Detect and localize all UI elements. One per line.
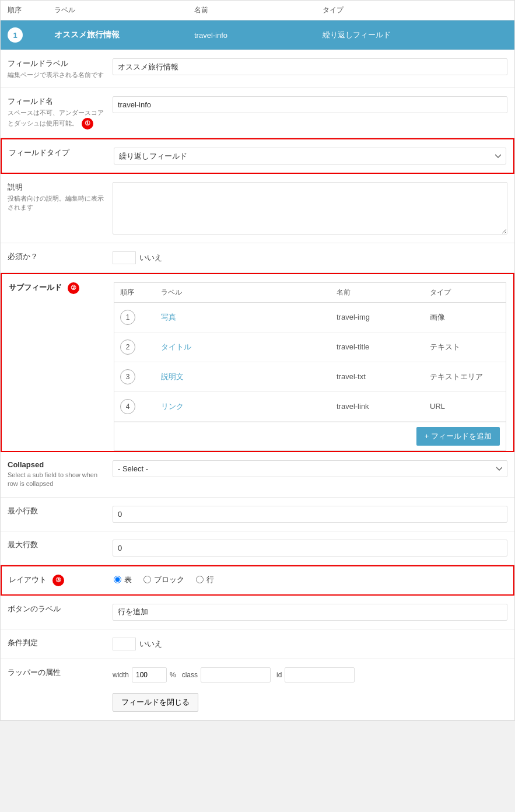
description-row: 説明 投稿者向けの説明。編集時に表示されます — [1, 174, 514, 243]
main-row-type: 繰り返しフィールド — [323, 30, 507, 40]
wrapper-row: ラッパーの属性 width % class id フィールドを閉じる — [1, 659, 514, 720]
width-label: width — [113, 671, 129, 679]
layout-option-block[interactable]: ブロック — [143, 575, 184, 585]
conditional-row: 条件判定 いいえ — [1, 629, 514, 659]
wrapper-width-group: width % — [113, 667, 176, 682]
header-label: ラベル — [54, 5, 194, 15]
width-input[interactable] — [132, 667, 167, 682]
sf-name-2: travel-title — [337, 342, 430, 351]
sf-type-1: 画像 — [430, 312, 500, 323]
min-rows-title: 最小行数 — [8, 506, 107, 516]
field-type-section: フィールドタイプ 繰り返しフィールド — [1, 138, 514, 174]
layout-radio-block[interactable] — [143, 576, 151, 583]
field-name-badge: ① — [82, 118, 93, 130]
sf-type-3: テキストエリア — [430, 372, 500, 382]
required-row: 必須か？ いいえ — [1, 243, 514, 273]
main-row-name: travel-info — [194, 31, 323, 40]
subfields-title: サブフィールド — [9, 283, 62, 292]
subfields-table-header: 順序 ラベル 名前 タイプ — [114, 283, 506, 303]
sf-label-4[interactable]: リンク — [161, 401, 337, 412]
layout-title: レイアウト — [9, 575, 47, 584]
required-title: 必須か？ — [8, 251, 107, 262]
sf-num-3: 3 — [120, 369, 135, 384]
min-rows-row: 最小行数 — [1, 498, 514, 531]
max-rows-title: 最大行数 — [8, 540, 107, 550]
collapsed-select[interactable]: - Select - — [113, 460, 507, 477]
button-label-title: ボタンのラベル — [8, 604, 107, 614]
field-type-select[interactable]: 繰り返しフィールド — [114, 148, 506, 164]
required-checkbox-group: いいえ — [113, 251, 507, 264]
table-row: 1 写真 travel-img 画像 — [114, 303, 506, 332]
layout-radio-row[interactable] — [196, 576, 204, 583]
required-value: いいえ — [139, 253, 162, 263]
wrapper-attrs-area: width % class id フィールドを閉じる — [113, 667, 507, 712]
sf-label-1[interactable]: 写真 — [161, 312, 337, 323]
min-rows-input[interactable] — [113, 506, 507, 523]
layout-option-row[interactable]: 行 — [196, 575, 214, 585]
subfields-table: 順序 ラベル 名前 タイプ 1 写真 travel-img 画像 2 タイトル … — [114, 282, 506, 451]
conditional-checkbox[interactable] — [113, 638, 136, 650]
field-name-title: フィールド名 — [8, 96, 107, 107]
sf-name-3: travel-txt — [337, 372, 430, 381]
collapsed-row: Collapsed Select a sub field to show whe… — [1, 452, 514, 498]
collapsed-title: Collapsed — [8, 460, 107, 469]
layout-label-table: 表 — [124, 575, 132, 585]
close-button[interactable]: フィールドを閉じる — [113, 693, 198, 712]
header-type: タイプ — [323, 5, 507, 15]
sf-header-label: ラベル — [161, 288, 337, 298]
wrapper-id-group: id — [276, 667, 355, 682]
layout-radio-table[interactable] — [114, 576, 121, 583]
button-label-row: ボタンのラベル — [1, 596, 514, 629]
field-name-row: フィールド名 スペースは不可、アンダースコアとダッシュは使用可能。① — [1, 88, 514, 138]
wrapper-attrs: width % class id — [113, 667, 507, 682]
description-textarea[interactable] — [113, 182, 507, 235]
field-type-row: フィールドタイプ 繰り返しフィールド — [2, 139, 513, 173]
field-name-input[interactable] — [113, 96, 507, 113]
layout-radio-group: 表 ブロック 行 — [114, 575, 506, 585]
table-header: 順序 ラベル 名前 タイプ — [1, 1, 514, 20]
conditional-checkbox-group: いいえ — [113, 638, 507, 650]
table-row: 4 リンク travel-link URL — [114, 392, 506, 422]
class-input[interactable] — [201, 667, 271, 682]
id-input[interactable] — [285, 667, 355, 682]
wrapper-class-group: class — [182, 667, 271, 682]
max-rows-row: 最大行数 — [1, 531, 514, 565]
table-row: 3 説明文 travel-txt テキストエリア — [114, 362, 506, 392]
layout-row: レイアウト ③ 表 ブロック 行 — [2, 566, 513, 594]
sf-label-3[interactable]: 説明文 — [161, 372, 337, 382]
sf-num-2: 2 — [120, 340, 135, 355]
sf-name-1: travel-img — [337, 313, 430, 321]
close-button-area: フィールドを閉じる — [113, 688, 507, 712]
add-field-button[interactable]: + フィールドを追加 — [416, 427, 500, 446]
sf-label-2[interactable]: タイトル — [161, 342, 337, 352]
sf-header-order: 順序 — [120, 288, 161, 298]
layout-label-block: ブロック — [154, 575, 184, 585]
sf-num-1: 1 — [120, 310, 135, 325]
add-field-area: + フィールドを追加 — [114, 422, 506, 450]
sf-type-4: URL — [430, 402, 500, 411]
wrapper-title: ラッパーの属性 — [8, 667, 107, 678]
sf-header-name: 名前 — [337, 288, 430, 298]
button-label-input[interactable] — [113, 604, 507, 621]
layout-option-table[interactable]: 表 — [114, 575, 132, 585]
field-label-input[interactable] — [113, 58, 507, 75]
required-checkbox[interactable] — [113, 251, 136, 264]
table-row: 2 タイトル travel-title テキスト — [114, 332, 506, 362]
width-unit: % — [170, 671, 176, 679]
subfields-section: サブフィールド ② 順序 ラベル 名前 タイプ 1 写真 travel-img … — [1, 273, 514, 452]
conditional-value: いいえ — [139, 639, 162, 649]
max-rows-input[interactable] — [113, 540, 507, 556]
sf-header-type: タイプ — [430, 288, 500, 298]
header-name: 名前 — [194, 5, 323, 15]
main-container: 順序 ラベル 名前 タイプ 1 オススメ旅行情報 travel-info 繰り返… — [0, 0, 515, 721]
subfields-outer: サブフィールド ② 順序 ラベル 名前 タイプ 1 写真 travel-img … — [2, 274, 513, 451]
class-label: class — [182, 671, 198, 679]
description-sublabel: 投稿者向けの説明。編集時に表示されます — [8, 194, 107, 212]
layout-badge: ③ — [52, 575, 64, 586]
main-row: 1 オススメ旅行情報 travel-info 繰り返しフィールド — [1, 20, 514, 50]
field-type-title: フィールドタイプ — [9, 148, 108, 158]
layout-section: レイアウト ③ 表 ブロック 行 — [1, 565, 514, 596]
main-row-label: オススメ旅行情報 — [54, 30, 194, 40]
header-order: 順序 — [8, 5, 54, 15]
layout-label-row: 行 — [206, 575, 214, 585]
